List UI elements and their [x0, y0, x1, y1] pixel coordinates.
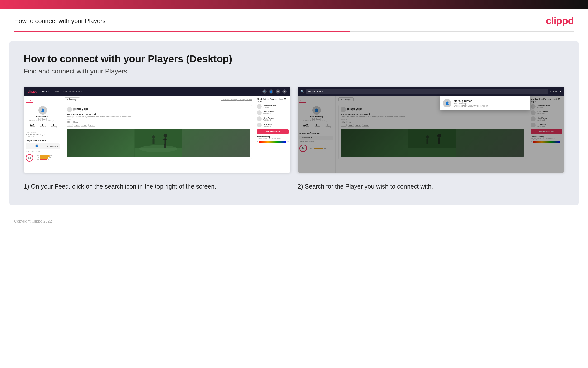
activity-user: Richard Butler Yesterday · The Grove [67, 107, 250, 112]
svg-rect-7 [165, 144, 167, 148]
svg-point-3 [164, 134, 167, 138]
svg-point-8 [152, 135, 155, 138]
screenshot-1-col: clippd Home Teams My Performance 🔍 👤 ⚙ ● [24, 87, 290, 173]
followers-label: Followers [39, 126, 46, 128]
player-activities-1: Activities: 7 [263, 107, 276, 108]
quality-bars: OTT 79 APP 70 [35, 155, 52, 160]
team-dashboard-button[interactable]: Team Dashboard [257, 129, 289, 134]
caption-1: 1) On your Feed, click on the search ico… [24, 182, 290, 191]
player-activities-2: Activities: 4 [263, 113, 274, 115]
activity-user-date: Yesterday · The Grove [73, 110, 90, 112]
bar-ott-label: OTT [35, 155, 39, 157]
player-activities-3: Activities: 3 [263, 119, 273, 121]
search-icon[interactable]: 🔍 [263, 89, 267, 94]
search-input-area[interactable]: Marcus Turner [306, 89, 548, 94]
following-button[interactable]: Following ▾ [65, 97, 80, 101]
profile-card: 👤 Blair McHarg Golf Coach Mill Ride Golf… [26, 104, 60, 130]
search-result-item[interactable]: 👤 Marcus Turner 1-5 Handicap Cypress Poi… [443, 99, 527, 107]
player-avatar-2 [257, 110, 262, 115]
activity-tags: OTT APP ARG PUTT [67, 124, 250, 127]
search-result-name: Marcus Turner [454, 99, 489, 102]
bar-ott-fill [40, 156, 50, 157]
settings-icon[interactable]: ⚙ [276, 89, 280, 94]
search-magnifier-icon: 🔍 [300, 90, 304, 93]
app-body-1: Feed 👤 Blair McHarg Golf Coach Mill Ride… [24, 96, 290, 173]
screenshots-row: clippd Home Teams My Performance 🔍 👤 ⚙ ● [24, 87, 564, 173]
svg-rect-4 [165, 138, 167, 144]
bar-app-val: 70 [49, 157, 51, 158]
heatmap-bar-row: -5 +5 [257, 140, 289, 143]
hero-title: How to connect with your Players (Deskto… [24, 53, 564, 65]
following-label: Following [50, 126, 57, 128]
search-bar: 🔍 Marcus Turner CLEAR × [298, 87, 564, 96]
bar-arg-fill [40, 159, 47, 160]
heatmap-bar [259, 141, 286, 143]
header: How to connect with your Players clippd [0, 9, 588, 31]
clear-button[interactable]: CLEAR [550, 90, 558, 93]
bar-arg-val: 61 [48, 159, 50, 160]
nav-my-performance[interactable]: My Performance [63, 90, 83, 93]
following-bar: Following ▾ Control who can see your act… [62, 96, 255, 103]
header-divider [14, 31, 574, 32]
player-name-4: Eli Vincent [263, 123, 273, 125]
heatmap-subtitle: Player Quality · 20 Round Trend [257, 138, 289, 139]
avatar: 👤 [38, 106, 47, 115]
heatmap-section: Team Heatmap Player Quality · 20 Round T… [257, 136, 289, 143]
nav-home[interactable]: Home [42, 90, 49, 93]
profile-icon[interactable]: 👤 [269, 89, 273, 94]
duration-label: Duration [67, 118, 250, 120]
bar-ott-val: 79 [50, 155, 52, 157]
tag-ott: OTT [67, 124, 73, 127]
bar-app: APP 70 [35, 157, 52, 158]
player-select-avatar: 👤 [35, 144, 38, 147]
player-perf-section: Player Performance 👤 Eli Vincent ▾ Total… [26, 139, 60, 162]
active-players-title: Most Active Players · Last 30 days [257, 98, 289, 103]
nav-teams[interactable]: Teams [53, 90, 60, 93]
player-item-4: Eli Vincent Activities: 1 [257, 123, 289, 128]
stats-row: 129 Activities 3 Followers 4 Following [26, 123, 59, 128]
heatmap-min: -5 [257, 141, 258, 142]
quality-score: 84 [26, 154, 33, 162]
search-result-info: Marcus Turner 1-5 Handicap Cypress Point… [454, 99, 489, 107]
tag-arg: ARG [81, 124, 88, 127]
player-avatar-3 [257, 117, 262, 121]
activities-count: 129 [28, 123, 35, 126]
caption-2: 2) Search for the Player you wish to con… [298, 182, 564, 191]
avatar-icon[interactable]: ● [282, 89, 287, 94]
following-stat: 4 Following [50, 123, 57, 128]
search-result-avatar: 👤 [443, 99, 451, 107]
player-info-1: Richard Butler Activities: 7 [263, 105, 276, 108]
followers-count: 3 [39, 123, 46, 126]
nav-icons: 🔍 👤 ⚙ ● [263, 89, 287, 94]
bar-arg-label: ARG [35, 159, 39, 160]
main-content: How to connect with your Players (Deskto… [9, 41, 579, 205]
app-nav-1: clippd Home Teams My Performance 🔍 👤 ⚙ ● [24, 87, 290, 96]
search-results-dropdown: 👤 Marcus Turner 1-5 Handicap Cypress Poi… [440, 96, 530, 110]
svg-rect-9 [153, 138, 155, 144]
footer: Copyright Clippd 2022 [0, 214, 588, 228]
profile-club: Mill Ride Golf Club, United Kingdom [26, 120, 59, 122]
close-button[interactable]: × [560, 90, 562, 93]
control-link[interactable]: Control who can see your activity and da… [221, 99, 252, 100]
player-name-1: Richard Butler [263, 105, 276, 107]
screenshot-2-col: clippd Home Teams My Performance 🔍 👤 ⚙ ● [298, 87, 564, 173]
latest-label: Latest Activity [26, 132, 60, 133]
right-panel-1: Most Active Players · Last 30 days Richa… [255, 96, 290, 173]
feed-tab[interactable]: Feed [26, 99, 33, 103]
player-perf-title: Player Performance [26, 139, 60, 142]
player-item-2: Piers Parnell Activities: 4 [257, 110, 289, 115]
bar-arg: ARG 61 [35, 159, 52, 160]
dropdown-arrow: ▾ [57, 145, 58, 147]
search-result-handicap: 1-5 Handicap [454, 102, 489, 105]
activity-avatar [67, 107, 72, 112]
player-info-3: Hiral Pujara Activities: 3 [263, 117, 273, 121]
caption-2-col: 2) Search for the Player you wish to con… [298, 182, 564, 191]
logo: clippd [546, 15, 574, 27]
player-avatar-4 [257, 123, 262, 128]
latest-activity-date: 27 Jul 2022 [26, 136, 60, 137]
player-item-1: Richard Butler Activities: 7 [257, 104, 289, 109]
player-select[interactable]: 👤 Eli Vincent ▾ [26, 143, 60, 149]
left-panel-1: Feed 👤 Blair McHarg Golf Coach Mill Ride… [24, 96, 62, 173]
heatmap-title: Team Heatmap [257, 136, 289, 138]
hero-subtitle: Find and connect with your Players [24, 67, 564, 75]
